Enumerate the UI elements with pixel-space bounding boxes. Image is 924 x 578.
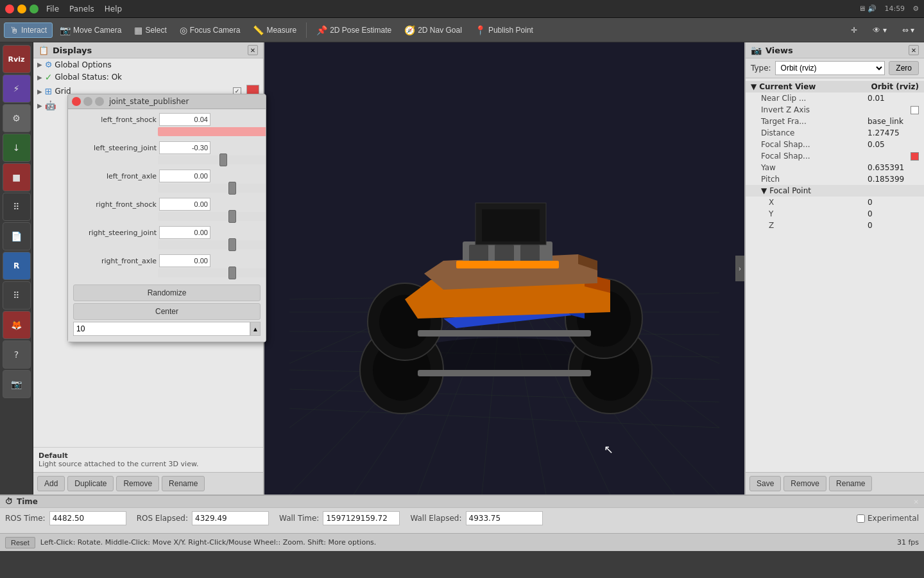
titlebar: File Panels Help 🖥 🔊 14:59 ⚙ (0, 0, 924, 18)
views-zero-button[interactable]: Zero (889, 61, 919, 75)
settings-icon[interactable]: ⚙ (912, 4, 919, 13)
icon-rviz2[interactable]: R (3, 252, 31, 280)
duplicate-button[interactable]: Duplicate (67, 476, 114, 491)
clock: 14:59 (884, 4, 905, 13)
experimental-checkbox[interactable] (857, 514, 865, 523)
spinbox-input[interactable] (73, 322, 250, 336)
displays-icon: 📋 (38, 46, 49, 55)
axis-button[interactable]: ✛ (845, 23, 863, 37)
measure-button[interactable]: 📏 Measure (247, 22, 302, 38)
toolbar-separator (306, 22, 307, 38)
focal-x-value[interactable]: 0 (868, 198, 919, 207)
icon-red[interactable]: ■ (3, 163, 31, 191)
jsp-maximize-button[interactable] (95, 97, 104, 106)
nav-goal-button[interactable]: 🧭 2D Nav Goal (398, 22, 468, 38)
viewport-expand-handle[interactable]: › (735, 256, 744, 281)
menu-file[interactable]: File (46, 4, 59, 13)
joint-thumb-lsj[interactable] (219, 153, 227, 166)
time-close-button[interactable]: ✕ (914, 498, 919, 505)
focal-point-section[interactable]: ▼ Focal Point (746, 185, 924, 197)
joint-thumb-rfs[interactable] (228, 210, 236, 223)
tree-arrow-global: ▶ (37, 61, 42, 68)
joint-value-lfa[interactable] (159, 170, 210, 182)
interact-button[interactable]: 🖱 Interact (4, 22, 53, 38)
3d-viewport[interactable]: ↖ › (264, 42, 744, 495)
target-frame-value[interactable]: base_link (868, 117, 919, 126)
arrows-button[interactable]: ⇔ ▾ (896, 23, 920, 37)
joint-thumb-lfa[interactable] (228, 182, 236, 195)
pitch-label: Pitch (761, 175, 865, 184)
joint-slider-rfs[interactable] (158, 212, 266, 221)
joint-slider-lfa[interactable] (158, 184, 266, 193)
focal-point-label: Focal Point (769, 186, 811, 195)
spinbox-up[interactable]: ▲ (250, 322, 261, 336)
tree-item-global-status[interactable]: ▶ ✓ Global Status: Ok (33, 71, 263, 83)
icon-grid[interactable]: ⠿ (3, 281, 31, 310)
randomize-button[interactable]: Randomize (73, 285, 261, 301)
maximize-button[interactable] (30, 4, 38, 13)
joint-thumb-rfa[interactable] (228, 267, 236, 279)
icon-dots[interactable]: ⠿ (3, 193, 31, 221)
focal-shape1-value[interactable]: 0.05 (868, 140, 919, 149)
views-save-button[interactable]: Save (749, 476, 781, 491)
icon-file[interactable]: 📄 (3, 222, 31, 250)
rviz-icon[interactable]: Rviz (3, 45, 31, 73)
icon-question[interactable]: ? (3, 340, 31, 369)
distance-value[interactable]: 1.27475 (868, 128, 919, 137)
focal-shape2-checkbox[interactable] (911, 152, 919, 161)
joint-slider-rfa[interactable] (158, 268, 266, 277)
near-clip-value[interactable]: 0.01 (868, 94, 919, 103)
remove-button[interactable]: Remove (116, 476, 159, 491)
focal-y-value[interactable]: 0 (868, 209, 919, 218)
minimize-button[interactable] (17, 4, 26, 13)
window-buttons[interactable] (5, 4, 38, 13)
current-view-section[interactable]: ▼ Current View Orbit (rviz) (746, 81, 924, 92)
jsp-minimize-button[interactable] (83, 97, 92, 106)
joint-value-rfa[interactable] (159, 254, 210, 267)
jsp-close-button[interactable] (72, 97, 81, 106)
publish-point-button[interactable]: 📍 Publish Point (469, 22, 539, 38)
views-remove-button[interactable]: Remove (783, 476, 826, 491)
views-close-button[interactable]: ✕ (909, 45, 919, 55)
focus-camera-button[interactable]: ◎ Focus Camera (174, 22, 246, 38)
invert-z-checkbox[interactable] (911, 106, 919, 114)
menu-panels[interactable]: Panels (69, 4, 94, 13)
svg-rect-39 (495, 245, 514, 263)
views-type-select[interactable]: Orbit (rviz) (775, 61, 886, 75)
joint-value-lsj[interactable] (159, 141, 210, 154)
time-bar: ⏱ Time ✕ ROS Time: 4482.50 ROS Elapsed: … (0, 495, 924, 533)
icon-settings[interactable]: ⚙ (3, 104, 31, 132)
move-camera-button[interactable]: 📷 Move Camera (54, 22, 127, 38)
time-header: ⏱ Time ✕ (0, 496, 924, 508)
focal-z-value[interactable]: 0 (868, 221, 919, 230)
displays-close-button[interactable]: ✕ (248, 45, 258, 55)
add-button[interactable]: Add (37, 476, 65, 491)
experimental-field: Experimental (857, 514, 919, 523)
select-button[interactable]: ▦ Select (128, 22, 172, 38)
reset-button[interactable]: Reset (5, 537, 35, 548)
joint-value-lfs[interactable] (159, 113, 210, 126)
icon-purple[interactable]: ⚡ (3, 74, 31, 103)
tree-item-global-options[interactable]: ▶ ⚙ Global Options (33, 58, 263, 71)
view-options-button[interactable]: 👁 ▾ (867, 23, 892, 37)
joint-slider-rsj[interactable] (158, 240, 266, 249)
joint-slider-container-lfa (71, 184, 263, 198)
icon-camera[interactable]: 📷 (3, 370, 31, 398)
center-button[interactable]: Center (73, 303, 261, 320)
icon-ff[interactable]: 🦊 (3, 311, 31, 339)
menu-help[interactable]: Help (105, 4, 122, 13)
joint-slider-lsj[interactable] (158, 155, 266, 164)
views-rename-button[interactable]: Rename (829, 476, 872, 491)
pitch-value[interactable]: 0.185399 (868, 175, 919, 184)
close-button[interactable] (5, 4, 14, 13)
rename-button[interactable]: Rename (162, 476, 205, 491)
yaw-value[interactable]: 0.635391 (868, 163, 919, 172)
joint-name-rfs: right_front_shock (73, 200, 157, 209)
time-icon: ⏱ (5, 497, 13, 506)
joint-value-rfs[interactable] (159, 198, 210, 211)
icon-green[interactable]: ↓ (3, 134, 31, 162)
pose-estimate-button[interactable]: 📌 2D Pose Estimate (311, 22, 397, 38)
joint-slider-lfs[interactable] (158, 127, 266, 136)
joint-value-rsj[interactable] (159, 226, 210, 239)
joint-thumb-rsj[interactable] (228, 238, 236, 251)
